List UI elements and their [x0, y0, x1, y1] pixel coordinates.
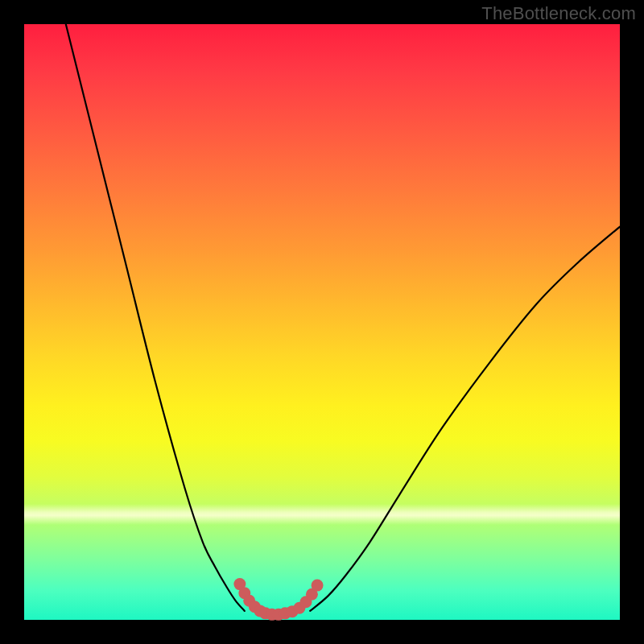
highlight-dots — [233, 578, 323, 621]
chart-stage: TheBottleneck.com — [0, 0, 644, 644]
curve-right-arm — [310, 227, 620, 611]
plot-area — [24, 24, 620, 620]
watermark-text: TheBottleneck.com — [481, 3, 636, 24]
svg-point-13 — [312, 580, 324, 592]
curve-left-arm — [66, 24, 245, 611]
curve-layer — [24, 24, 620, 620]
